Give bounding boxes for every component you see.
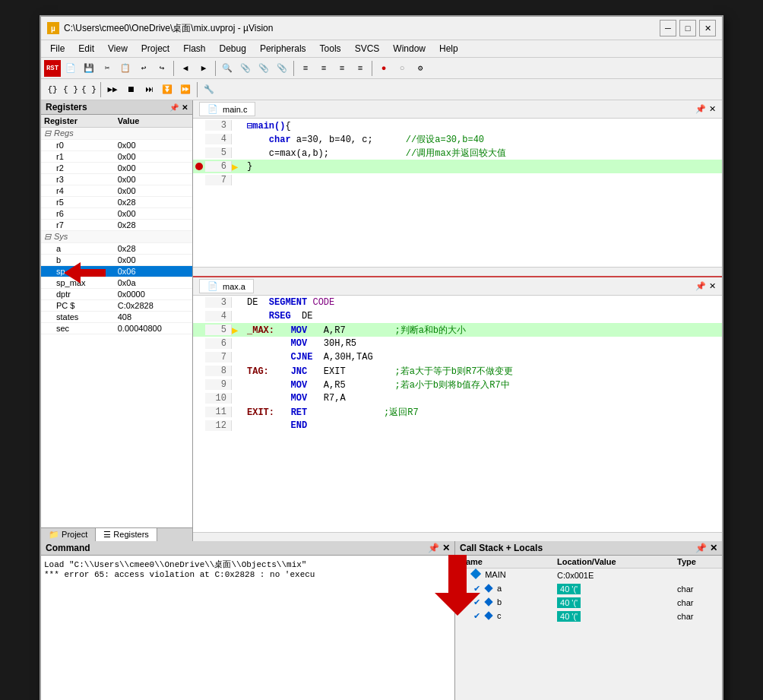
tb-btn-4[interactable]: 📋 bbox=[117, 60, 134, 77]
asm-arrow-5: ▶ bbox=[232, 324, 244, 337]
call-stack-header: Call Stack + Locals 📌 ✕ bbox=[455, 541, 722, 556]
tb-btn-16[interactable]: ≡ bbox=[352, 60, 369, 77]
pin-asm-icon[interactable]: 📌 bbox=[695, 281, 706, 291]
reg-row-pc$[interactable]: PC $ C:0x2828 bbox=[41, 300, 192, 312]
asm-text-5: _MAX: MOV A,R7 ;判断a和b的大小 bbox=[244, 324, 722, 337]
tb-btn-7[interactable]: ◀ bbox=[177, 60, 194, 77]
max-a-hscroll[interactable] bbox=[193, 532, 722, 541]
tb2-9[interactable]: 🔧 bbox=[201, 81, 217, 98]
tb-btn-11[interactable]: 📎 bbox=[255, 60, 272, 77]
menu-edit[interactable]: Edit bbox=[72, 42, 100, 55]
tb-btn-1[interactable]: 📄 bbox=[62, 60, 79, 77]
call-stack-table: Name Location/Value Type ⊟ MAIN bbox=[455, 556, 722, 623]
reg-row-r5[interactable]: r5 0x28 bbox=[41, 197, 192, 208]
close-code-icon[interactable]: ✕ bbox=[709, 104, 716, 114]
reg-row-r6[interactable]: r6 0x00 bbox=[41, 208, 192, 220]
asm-line-5: 5 ▶ _MAX: MOV A,R7 ;判断a和b的大小 bbox=[193, 323, 722, 337]
svg-marker-1 bbox=[435, 555, 480, 616]
cmd-pin-icon[interactable]: 📌 bbox=[428, 543, 439, 553]
reg-row-r4[interactable]: r4 0x00 bbox=[41, 185, 192, 197]
asm-linenum-6: 6 bbox=[205, 338, 232, 349]
cs-row-a[interactable]: ✔ a 40 '(' char bbox=[455, 582, 722, 596]
close-button[interactable]: ✕ bbox=[699, 20, 716, 36]
asm-linenum-7: 7 bbox=[205, 352, 232, 363]
code-area: 📄 main.c 📌 ✕ 3 ⊟main(){ bbox=[193, 100, 722, 541]
tab-registers[interactable]: ☰ Registers bbox=[96, 528, 157, 541]
tb2-6[interactable]: ⏭ bbox=[141, 81, 157, 98]
reg-row-a[interactable]: a 0x28 bbox=[41, 243, 192, 255]
tb2-2[interactable]: { } bbox=[62, 81, 79, 98]
reg-row-r7[interactable]: r7 0x28 bbox=[41, 220, 192, 231]
col-value: Value bbox=[115, 115, 192, 128]
tb2-3[interactable]: { } bbox=[81, 81, 97, 98]
minimize-button[interactable]: ─ bbox=[660, 20, 676, 36]
a-value-cell: 40 '(' bbox=[557, 584, 581, 594]
menu-help[interactable]: Help bbox=[433, 42, 464, 55]
tb-btn-6[interactable]: ↪ bbox=[154, 60, 170, 77]
reg-row-r0[interactable]: r0 0x00 bbox=[41, 140, 192, 151]
tb-btn-13[interactable]: ≡ bbox=[297, 60, 314, 77]
reg-row-states[interactable]: states 408 bbox=[41, 312, 192, 323]
main-c-hscroll[interactable] bbox=[193, 267, 722, 276]
tb2-8[interactable]: ⏩ bbox=[177, 81, 194, 98]
cs-cell-b-type: char bbox=[673, 596, 722, 610]
asm-text-4: RSEG DE bbox=[244, 311, 722, 321]
tb-btn-8[interactable]: ▶ bbox=[195, 60, 212, 77]
content-area: Registers 📌 ✕ Register Value ⊟Regsr0 bbox=[41, 100, 722, 541]
max-a-tab-item[interactable]: 📄 max.a bbox=[199, 279, 254, 293]
close-panel-icon[interactable]: ✕ bbox=[182, 103, 188, 112]
tb-step[interactable]: ⚙ bbox=[412, 60, 429, 77]
tb-btn-2[interactable]: 💾 bbox=[81, 60, 97, 77]
cs-row-c[interactable]: ✔ c 40 '(' char bbox=[455, 610, 722, 623]
reg-name-r4: r4 bbox=[41, 185, 115, 197]
tb2-7[interactable]: ⏬ bbox=[159, 81, 176, 98]
reg-row-dptr[interactable]: dptr 0x0000 bbox=[41, 289, 192, 300]
cs-pin-icon[interactable]: 📌 bbox=[695, 543, 707, 553]
close-asm-icon[interactable]: ✕ bbox=[709, 281, 716, 291]
reg-row-r2[interactable]: r2 0x00 bbox=[41, 163, 192, 174]
cs-close-icon[interactable]: ✕ bbox=[710, 543, 717, 553]
pin-icon[interactable]: 📌 bbox=[169, 103, 179, 112]
menu-flash[interactable]: Flash bbox=[177, 42, 211, 55]
menu-peripherals[interactable]: Peripherals bbox=[254, 42, 312, 55]
tb2-4[interactable]: ▶▶ bbox=[104, 81, 121, 98]
menu-project[interactable]: Project bbox=[135, 42, 176, 55]
cs-row-b[interactable]: ✔ b 40 '(' char bbox=[455, 596, 722, 610]
maximize-button[interactable]: □ bbox=[679, 20, 696, 36]
registers-table: Register Value ⊟Regsr0 0x00r1 0x00r2 0x0… bbox=[41, 115, 192, 334]
reg-row-r3[interactable]: r3 0x00 bbox=[41, 174, 192, 185]
bp-6[interactable] bbox=[193, 163, 205, 170]
tb-btn-3[interactable]: ✂ bbox=[99, 60, 116, 77]
cmd-close-icon[interactable]: ✕ bbox=[442, 543, 450, 553]
menu-tools[interactable]: Tools bbox=[314, 42, 347, 55]
menu-view[interactable]: View bbox=[102, 42, 134, 55]
pin-code-icon[interactable]: 📌 bbox=[695, 104, 706, 114]
tb-btn-12[interactable]: 📎 bbox=[274, 60, 290, 77]
tb-run[interactable]: ● bbox=[375, 60, 392, 77]
tab-project[interactable]: 📁 Project bbox=[41, 528, 96, 541]
toolbar-1: RST 📄 💾 ✂ 📋 ↩ ↪ ◀ ▶ 🔍 📎 📎 📎 ≡ ≡ ≡ ≡ ● ○ … bbox=[41, 58, 722, 79]
reg-row-sec[interactable]: sec 0.00040800 bbox=[41, 323, 192, 334]
tb-btn-15[interactable]: ≡ bbox=[334, 60, 350, 77]
tb-stop[interactable]: ○ bbox=[394, 60, 410, 77]
menu-window[interactable]: Window bbox=[387, 42, 432, 55]
tb-btn-5[interactable]: ↩ bbox=[135, 60, 152, 77]
menu-file[interactable]: File bbox=[44, 42, 71, 55]
cs-row-main[interactable]: ⊟ MAIN C:0x001E bbox=[455, 569, 722, 582]
registers-header: Registers 📌 ✕ bbox=[41, 100, 192, 115]
reg-name-dptr: dptr bbox=[41, 289, 115, 300]
tb-btn-14[interactable]: ≡ bbox=[315, 60, 332, 77]
linenum-7: 7 bbox=[205, 175, 232, 185]
main-c-tab-item[interactable]: 📄 main.c bbox=[199, 102, 255, 116]
asm-file-icon: 📄 bbox=[207, 281, 218, 291]
asm-line-9: 9 MOV A,R5 ;若a小于b则将b值存入R7中 bbox=[193, 378, 722, 391]
menu-debug[interactable]: Debug bbox=[214, 42, 252, 55]
rst-button[interactable]: RST bbox=[44, 60, 61, 77]
tb2-1[interactable]: {} bbox=[44, 81, 61, 98]
asm-text-12: END bbox=[244, 420, 722, 431]
tb-btn-10[interactable]: 📎 bbox=[237, 60, 254, 77]
reg-row-r1[interactable]: r1 0x00 bbox=[41, 151, 192, 163]
tb2-5[interactable]: ⏹ bbox=[122, 81, 139, 98]
tb-btn-9[interactable]: 🔍 bbox=[219, 60, 236, 77]
menu-svcs[interactable]: SVCS bbox=[349, 42, 386, 55]
